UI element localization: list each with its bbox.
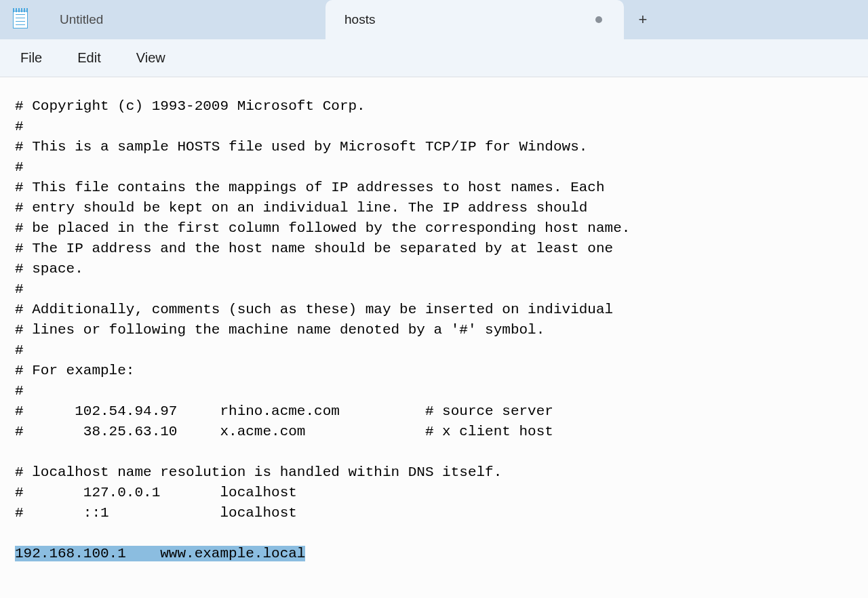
editor-line [15,523,868,544]
new-tab-button[interactable]: + [624,0,662,39]
app-icon-wrap [0,0,41,39]
menu-file[interactable]: File [7,45,56,71]
editor-line: # [15,381,868,401]
editor-line: # For example: [15,361,868,381]
modified-indicator-icon [595,16,602,23]
editor-line: # 127.0.0.1 localhost [15,483,868,503]
menu-view[interactable]: View [123,45,179,71]
editor-line: # This file contains the mappings of IP … [15,178,868,198]
editor-line: # entry should be kept on an individual … [15,198,868,218]
editor-line: # [15,279,868,300]
editor-line: # ::1 localhost [15,503,868,523]
editor-line: # [15,117,868,137]
editor-line: # Copyright (c) 1993-2009 Microsoft Corp… [15,96,868,117]
tab-title: Untitled [60,12,103,27]
notepad-icon [13,11,28,28]
editor-line: # Additionally, comments (such as these)… [15,300,868,320]
tab-hosts[interactable]: hosts [326,0,624,39]
editor-line: # This is a sample HOSTS file used by Mi… [15,137,868,157]
title-bar: Untitled hosts + [0,0,868,39]
editor-line: # localhost name resolution is handled w… [15,462,868,483]
editor-line: # 38.25.63.10 x.acme.com # x client host [15,422,868,442]
plus-icon: + [639,11,648,28]
tab-title: hosts [344,12,375,27]
editor-line: # space. [15,259,868,279]
tab-untitled[interactable]: Untitled [41,0,326,39]
editor-line [15,442,868,462]
editor-line-selected: 192.168.100.1 www.example.local [15,544,868,564]
text-selection: 192.168.100.1 www.example.local [15,546,305,561]
menu-edit[interactable]: Edit [64,45,114,71]
editor-line: # lines or following the machine name de… [15,320,868,340]
editor-line: # be placed in the first column followed… [15,218,868,239]
menu-bar: File Edit View [0,39,868,77]
text-editor[interactable]: # Copyright (c) 1993-2009 Microsoft Corp… [0,77,868,598]
editor-line: # [15,340,868,361]
editor-line: # 102.54.94.97 rhino.acme.com # source s… [15,401,868,422]
editor-line: # The IP address and the host name shoul… [15,239,868,259]
editor-line: # [15,157,868,178]
